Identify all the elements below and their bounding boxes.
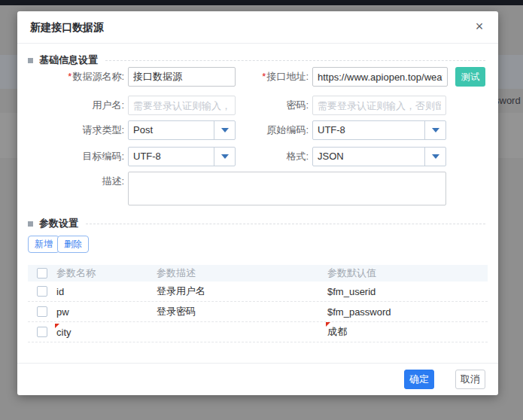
select-all-checkbox[interactable] (37, 268, 47, 278)
param-default-text: 成都 (327, 326, 347, 337)
source-encoding-arrow[interactable] (424, 121, 445, 139)
edited-cell-marker-icon (55, 324, 59, 328)
request-type-arrow[interactable] (214, 121, 235, 139)
header-param-desc: 参数描述 (157, 266, 327, 280)
chevron-down-icon (432, 154, 439, 159)
param-name-text: city (56, 327, 71, 338)
table-row[interactable]: id 登录用户名 $fm_userid (28, 282, 488, 302)
table-row[interactable]: city 成都 (28, 322, 488, 342)
description-textarea[interactable] (128, 172, 446, 205)
password-label: 密码: (243, 96, 309, 115)
section-params-title: 参数设置 (39, 217, 78, 230)
row-checkbox[interactable] (37, 306, 47, 317)
request-type-label: 请求类型: (17, 120, 124, 140)
close-icon[interactable]: × (471, 18, 488, 35)
ok-button[interactable]: 确定 (404, 370, 434, 389)
section-divider-line (86, 224, 485, 224)
param-default-cell[interactable]: $fm_password (327, 306, 488, 318)
cancel-button[interactable]: 取消 (455, 370, 485, 389)
section-params: 参数设置 (28, 218, 485, 230)
test-button[interactable]: 测试 (455, 67, 485, 87)
api-url-input[interactable] (312, 67, 448, 87)
datasource-name-label: *数据源名称: (17, 67, 124, 87)
target-encoding-dropdown[interactable]: UTF-8 (128, 147, 236, 166)
password-input[interactable] (312, 96, 446, 115)
param-table-header: 参数名称 参数描述 参数默认值 (28, 265, 488, 282)
section-square-icon (28, 58, 33, 63)
table-row[interactable]: pw 登录密码 $fm_password (28, 302, 488, 322)
header-param-default: 参数默认值 (327, 266, 488, 280)
header-param-name: 参数名称 (56, 266, 157, 280)
delete-param-button[interactable]: 删除 (57, 236, 89, 253)
add-param-button[interactable]: 新增 (28, 236, 59, 253)
param-name-cell[interactable]: id (56, 286, 157, 297)
source-encoding-dropdown[interactable]: UTF-8 (312, 120, 446, 140)
param-desc-cell[interactable]: 登录用户名 (157, 285, 327, 298)
datasource-name-label-text: 数据源名称: (72, 71, 124, 82)
section-basic-title: 基础信息设置 (39, 53, 98, 67)
screen: sword 新建接口数据源 × 基础信息设置 *数据源名称: *接口地址: 测试… (0, 0, 523, 420)
username-input[interactable] (128, 96, 236, 115)
param-desc-cell[interactable]: 登录密码 (157, 305, 327, 318)
description-label: 描述: (17, 172, 124, 191)
target-encoding-value: UTF-8 (129, 148, 214, 166)
chevron-down-icon (432, 128, 439, 132)
browser-top-bar (0, 0, 523, 5)
username-label: 用户名: (17, 96, 124, 115)
chevron-down-icon (221, 154, 229, 159)
datasource-name-input[interactable] (128, 67, 236, 87)
section-divider-line (105, 60, 485, 61)
param-name-cell[interactable]: city (56, 327, 157, 338)
format-dropdown[interactable]: JSON (312, 147, 446, 166)
dialog-title: 新建接口数据源 (30, 21, 104, 35)
section-basic-info: 基础信息设置 (28, 54, 485, 66)
new-api-datasource-dialog: 新建接口数据源 × 基础信息设置 *数据源名称: *接口地址: 测试 用户名: … (17, 11, 498, 395)
dialog-footer: 确定 取消 (17, 363, 498, 395)
source-encoding-label: 原始编码: (243, 120, 309, 140)
section-square-icon (28, 221, 33, 227)
row-checkbox[interactable] (37, 286, 47, 297)
required-mark: * (68, 71, 71, 82)
param-name-cell[interactable]: pw (56, 306, 157, 318)
source-encoding-value: UTF-8 (313, 121, 424, 139)
format-value: JSON (313, 148, 424, 166)
format-arrow[interactable] (424, 148, 445, 166)
required-mark: * (262, 71, 266, 82)
target-encoding-arrow[interactable] (214, 148, 235, 166)
param-default-cell[interactable]: 成都 (327, 325, 488, 339)
request-type-value: Post (129, 121, 214, 139)
edited-cell-marker-icon (326, 322, 330, 327)
chevron-down-icon (221, 128, 229, 132)
dialog-header: 新建接口数据源 × (17, 11, 498, 44)
format-label: 格式: (243, 147, 309, 166)
param-table: 参数名称 参数描述 参数默认值 id 登录用户名 $fm_userid pw 登… (28, 265, 488, 342)
api-url-label-text: 接口地址: (266, 71, 309, 82)
target-encoding-label: 目标编码: (17, 147, 124, 166)
param-default-cell[interactable]: $fm_userid (327, 286, 488, 297)
row-checkbox[interactable] (37, 327, 47, 337)
api-url-label: *接口地址: (243, 67, 309, 87)
request-type-dropdown[interactable]: Post (128, 120, 236, 140)
background-text-fragment: sword (494, 95, 521, 106)
